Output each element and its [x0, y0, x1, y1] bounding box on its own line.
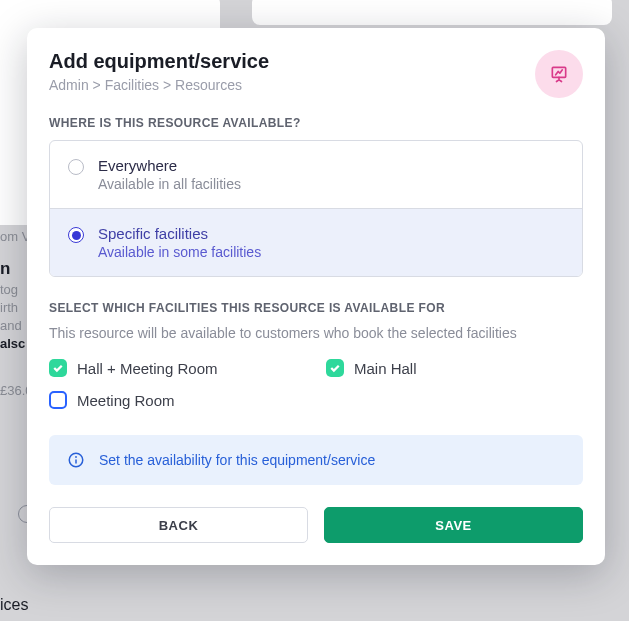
option-title: Specific facilities — [98, 225, 261, 242]
facility-label: Main Hall — [354, 360, 417, 377]
facility-checkbox-hall-meeting-room[interactable]: Hall + Meeting Room — [49, 359, 306, 377]
back-button[interactable]: BACK — [49, 507, 308, 543]
checkbox-unchecked-icon — [49, 391, 67, 409]
bg-room-label: om V — [0, 229, 30, 244]
option-everywhere[interactable]: Everywhere Available in all facilities — [50, 141, 582, 208]
where-available-label: WHERE IS THIS RESOURCE AVAILABLE? — [49, 116, 583, 130]
facility-label: Hall + Meeting Room — [77, 360, 217, 377]
option-specific-facilities[interactable]: Specific facilities Available in some fa… — [50, 208, 582, 276]
facility-checkbox-main-hall[interactable]: Main Hall — [326, 359, 583, 377]
option-subtitle: Available in some facilities — [98, 244, 261, 260]
modal-header: Add equipment/service Admin > Facilities… — [49, 50, 583, 98]
bg-heading: n — [0, 259, 10, 279]
select-facilities-hint: This resource will be available to custo… — [49, 325, 583, 341]
facility-label: Meeting Room — [77, 392, 175, 409]
select-facilities-label: SELECT WHICH FACILITIES THIS RESOURCE IS… — [49, 301, 583, 315]
facilities-grid: Hall + Meeting Room Main Hall Meeting Ro… — [49, 359, 583, 409]
bg-line: alsc — [0, 336, 25, 351]
checkbox-checked-icon — [49, 359, 67, 377]
bg-line: tog — [0, 282, 18, 297]
bg-line: and — [0, 318, 22, 333]
availability-radio-group: Everywhere Available in all facilities S… — [49, 140, 583, 277]
option-subtitle: Available in all facilities — [98, 176, 241, 192]
presentation-icon — [549, 64, 569, 84]
info-banner-text: Set the availability for this equipment/… — [99, 452, 375, 468]
checkbox-checked-icon — [326, 359, 344, 377]
bg-line: irth — [0, 300, 18, 315]
presentation-icon-button[interactable] — [535, 50, 583, 98]
svg-rect-3 — [75, 459, 77, 464]
save-button[interactable]: SAVE — [324, 507, 583, 543]
bg-footer: ices — [0, 596, 28, 614]
radio-checked-icon — [68, 227, 84, 243]
availability-info-banner[interactable]: Set the availability for this equipment/… — [49, 435, 583, 485]
modal-title: Add equipment/service — [49, 50, 269, 73]
breadcrumb: Admin > Facilities > Resources — [49, 77, 269, 93]
add-equipment-modal: Add equipment/service Admin > Facilities… — [27, 28, 605, 565]
facility-checkbox-meeting-room[interactable]: Meeting Room — [49, 391, 306, 409]
modal-footer: BACK SAVE — [49, 507, 583, 543]
info-icon — [67, 451, 85, 469]
radio-unchecked-icon — [68, 159, 84, 175]
svg-point-2 — [75, 456, 77, 458]
option-title: Everywhere — [98, 157, 241, 174]
